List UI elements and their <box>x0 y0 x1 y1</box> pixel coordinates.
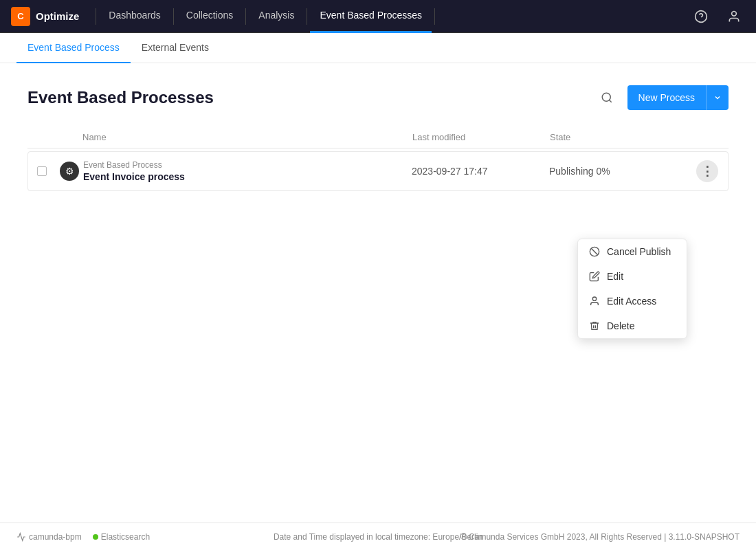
nav-separator <box>434 8 435 25</box>
logo-box: C <box>11 7 30 26</box>
svg-line-6 <box>591 248 597 254</box>
row-state-cell: Publishing 0% <box>549 166 687 177</box>
context-menu: Cancel Publish Edit Edit Access <box>577 239 687 339</box>
chevron-down-icon <box>713 94 722 102</box>
edit-label: Edit <box>607 271 623 282</box>
col-header-name: Name <box>82 132 412 142</box>
copyright-text: © Camunda Services GmbH 2023, All Rights… <box>460 532 740 542</box>
row-checkbox[interactable] <box>37 166 47 176</box>
app-name: Optimize <box>36 10 79 22</box>
camunda-status: camunda-bpm <box>16 532 82 542</box>
nav-item-event-based-processes[interactable]: Event Based Processes <box>310 0 432 33</box>
search-icon <box>601 91 613 104</box>
elasticsearch-status: Elasticsearch <box>93 532 150 542</box>
svg-point-2 <box>732 11 737 16</box>
col-header-state: State <box>550 132 687 142</box>
page-header: Event Based Processes New Process <box>27 85 729 110</box>
edit-access-label: Edit Access <box>607 296 656 307</box>
new-process-label: New Process <box>627 85 707 110</box>
help-button[interactable] <box>690 6 712 28</box>
process-gear-icon: ⚙ <box>60 162 79 181</box>
cancel-publish-icon <box>589 246 600 257</box>
row-action-cell[interactable]: ⋮ <box>687 160 728 182</box>
nav-item-collections[interactable]: Collections <box>177 0 243 33</box>
row-name-cell: Event Based Process Event Invoice proces… <box>83 160 412 182</box>
search-button[interactable] <box>594 85 619 110</box>
process-name-label: Event Invoice process <box>83 171 412 182</box>
nav-separator <box>173 8 174 25</box>
footer-left: camunda-bpm Elasticsearch <box>16 532 150 542</box>
context-menu-cancel-publish[interactable]: Cancel Publish <box>578 239 687 264</box>
camunda-icon <box>16 532 26 542</box>
delete-label: Delete <box>607 320 634 331</box>
new-process-caret[interactable] <box>707 85 729 110</box>
elasticsearch-status-dot <box>93 534 98 540</box>
cancel-publish-label: Cancel Publish <box>607 246 671 257</box>
edit-icon <box>589 271 600 282</box>
svg-point-3 <box>602 93 610 101</box>
process-type-label: Event Based Process <box>83 160 412 170</box>
context-menu-edit[interactable]: Edit <box>578 264 687 289</box>
nav-separator <box>245 8 246 25</box>
svg-line-4 <box>609 100 611 102</box>
person-icon <box>589 296 600 307</box>
col-header-icon <box>55 132 82 142</box>
top-navigation: C Optimize Dashboards Collections Analys… <box>0 0 756 33</box>
elasticsearch-label: Elasticsearch <box>101 532 150 542</box>
main-content: Event Based Processes New Process <box>0 63 756 213</box>
row-modified-cell: 2023-09-27 17:47 <box>412 166 549 177</box>
page-title: Event Based Processes <box>27 88 214 107</box>
context-menu-delete[interactable]: Delete <box>578 314 687 338</box>
timezone-text: Date and Time displayed in local timezon… <box>274 532 482 542</box>
svg-point-7 <box>592 297 596 300</box>
col-header-actions <box>687 132 729 142</box>
row-checkbox-cell[interactable] <box>28 166 56 176</box>
nav-item-analysis[interactable]: Analysis <box>249 0 304 33</box>
trash-icon <box>589 320 600 331</box>
sub-navigation: Event Based Process External Events <box>0 33 756 63</box>
nav-right-actions <box>690 6 745 28</box>
user-button[interactable] <box>723 6 745 28</box>
nav-separator <box>96 8 96 25</box>
col-header-last-modified: Last modified <box>412 132 550 142</box>
new-process-button[interactable]: New Process <box>627 85 729 110</box>
nav-separator <box>307 8 307 25</box>
header-actions: New Process <box>594 85 729 110</box>
more-options-button[interactable]: ⋮ <box>696 160 718 182</box>
table-header: Name Last modified State <box>27 126 729 148</box>
context-menu-edit-access[interactable]: Edit Access <box>578 289 687 314</box>
sub-nav-event-based-process[interactable]: Event Based Process <box>16 33 131 63</box>
footer: camunda-bpm Elasticsearch Date and Time … <box>0 522 756 550</box>
col-header-checkbox <box>27 132 55 142</box>
nav-item-dashboards[interactable]: Dashboards <box>99 0 170 33</box>
camunda-label: camunda-bpm <box>29 532 82 542</box>
table-container: Name Last modified State ⚙ Event Based P… <box>27 126 729 191</box>
sub-nav-external-events[interactable]: External Events <box>131 33 220 63</box>
logo-area[interactable]: C Optimize <box>11 7 79 26</box>
row-icon-cell: ⚙ <box>56 162 83 181</box>
table-row: ⚙ Event Based Process Event Invoice proc… <box>27 151 729 191</box>
